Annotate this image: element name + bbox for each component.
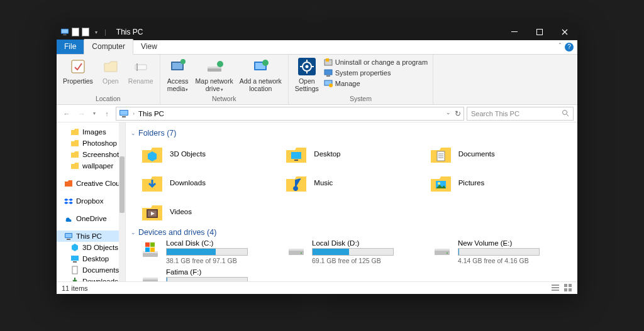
large-icons-view-button[interactable] [564, 283, 572, 293]
svg-point-62 [301, 252, 302, 254]
nav-item-onedrive[interactable]: OneDrive [57, 213, 125, 224]
drive-item[interactable]: Local Disk (C:)38.1 GB free of 97.1 GB [141, 239, 282, 264]
tab-view[interactable]: View [133, 40, 165, 54]
folder-videos[interactable]: Videos [141, 198, 285, 225]
rename-icon [131, 57, 150, 76]
group-label: System [292, 94, 429, 104]
drives-group-header[interactable]: ⌄Devices and drives (4) [126, 225, 574, 239]
explorer-window: ▾ | This PC File Computer View ˆ ? Prope… [57, 24, 577, 294]
music-icon [285, 171, 308, 194]
svg-rect-67 [143, 278, 158, 279]
svg-rect-26 [325, 70, 332, 75]
recent-locations-button[interactable]: ▾ [91, 107, 98, 120]
address-box[interactable]: › This PC ⌄ ↻ [116, 107, 464, 121]
breadcrumb[interactable]: This PC [138, 110, 164, 117]
documents-icon [70, 266, 79, 274]
folder-icon [70, 128, 79, 136]
svg-rect-70 [552, 287, 559, 288]
uninstall-program-button[interactable]: Uninstall or change a program [323, 57, 429, 67]
add-network-location-button[interactable]: Add a network location [237, 56, 284, 94]
nav-item-images[interactable]: Images [57, 126, 125, 138]
capacity-bar [166, 248, 248, 256]
crumb-sep[interactable]: › [133, 111, 135, 117]
back-button[interactable]: ← [60, 107, 73, 120]
svg-point-16 [262, 60, 269, 66]
drive-free-text: 4.14 GB free of 4.16 GB [458, 257, 540, 264]
folder-music[interactable]: Music [285, 169, 429, 197]
access-media-button[interactable]: Access media [164, 56, 192, 94]
details-view-button[interactable] [551, 283, 560, 293]
forward-button[interactable]: → [75, 107, 88, 120]
folder-pictures[interactable]: Pictures [430, 169, 574, 197]
close-button[interactable] [552, 24, 577, 40]
group-label: Network [164, 94, 284, 104]
svg-rect-58 [145, 247, 150, 252]
nav-item-documents[interactable]: Documents [57, 264, 125, 276]
nav-item-wallpaper[interactable]: wallpaper [57, 160, 125, 171]
minimize-button[interactable] [502, 24, 527, 40]
dropbox-icon [64, 197, 73, 205]
refresh-button[interactable]: ↻ [455, 109, 461, 118]
desktop-icon [70, 254, 79, 263]
folder-3d-objects[interactable]: 3D Objects [141, 140, 285, 168]
properties-icon [69, 57, 87, 76]
up-button[interactable]: ↑ [101, 107, 113, 120]
help-button[interactable]: ? [565, 43, 574, 52]
ribbon-group-location: Properties Open Rename Location [57, 55, 160, 104]
scrollbar-thumb[interactable] [119, 156, 125, 213]
downloads-icon [141, 171, 164, 194]
drive-name: Local Disk (C:) [166, 239, 248, 247]
svg-rect-69 [552, 285, 559, 286]
folder-icon [70, 161, 79, 170]
item-count: 11 items [62, 285, 88, 292]
chevron-down-icon: ⌄ [131, 130, 136, 136]
tab-file[interactable]: File [57, 40, 84, 54]
tab-computer[interactable]: Computer [84, 39, 133, 55]
collapse-ribbon-button[interactable]: ˆ [559, 43, 561, 50]
divider: | [103, 28, 108, 36]
open-settings-button[interactable]: Open Settings [292, 56, 321, 94]
status-bar: 11 items [57, 281, 577, 294]
nav-item-this-pc[interactable]: This PC [57, 231, 125, 242]
navigation-pane[interactable]: Images Photoshop files Screenshots wallp… [57, 122, 126, 281]
folder-desktop[interactable]: Desktop [285, 140, 429, 168]
address-dropdown[interactable]: ⌄ [446, 109, 451, 118]
thispc-icon [119, 109, 129, 119]
folders-group-header[interactable]: ⌄Folders (7) [126, 126, 574, 140]
nav-scrollbar[interactable] [119, 122, 125, 281]
nav-item-dropbox[interactable]: Dropbox [57, 195, 125, 207]
content-pane[interactable]: ⌄Folders (7) 3D Objects Desktop Document… [126, 122, 577, 281]
svg-rect-61 [289, 249, 304, 251]
qat-dropdown[interactable]: ▾ [92, 28, 101, 36]
capacity-bar [166, 277, 248, 281]
folder-downloads[interactable]: Downloads [141, 169, 285, 197]
drive-item[interactable]: Local Disk (D:)69.1 GB free of 125 GB [287, 239, 428, 264]
search-icon [562, 109, 569, 118]
nav-item-screenshots[interactable]: Screenshots [57, 149, 125, 160]
nav-item-downloads[interactable]: Downloads [57, 276, 125, 281]
system-properties-button[interactable]: System properties [323, 68, 429, 78]
maximize-button[interactable] [527, 24, 552, 40]
drive-icon [141, 241, 160, 259]
nav-item-creative-cloud[interactable]: Creative Cloud Fil [57, 178, 125, 189]
nav-item-photoshop-files[interactable]: Photoshop files [57, 138, 125, 149]
qat-item[interactable] [82, 28, 89, 36]
search-input[interactable]: Search This PC [467, 107, 574, 121]
map-network-drive-button[interactable]: Map network drive [193, 56, 236, 94]
drive-item[interactable]: New Volume (E:)4.14 GB free of 4.16 GB [433, 239, 574, 264]
svg-rect-64 [435, 249, 450, 251]
drive-item[interactable]: Fatima (F:)3.02 GB free of 3.04 GB [141, 268, 282, 281]
drive-free-text: 38.1 GB free of 97.1 GB [166, 257, 248, 264]
thispc-icon [64, 232, 73, 241]
folder-documents[interactable]: Documents [430, 140, 574, 168]
search-placeholder: Search This PC [471, 110, 519, 117]
uninstall-icon [324, 58, 333, 67]
thispc-icon [60, 28, 69, 36]
qat-item[interactable] [72, 28, 79, 36]
nav-item-desktop[interactable]: Desktop [57, 253, 125, 264]
window-title: This PC [111, 28, 143, 36]
properties-button[interactable]: Properties [60, 56, 96, 86]
manage-button[interactable]: Manage [323, 79, 429, 89]
nav-item-3d-objects[interactable]: 3D Objects [57, 242, 125, 253]
ribbon-group-network: Access media Map network drive Add a net… [160, 55, 289, 104]
